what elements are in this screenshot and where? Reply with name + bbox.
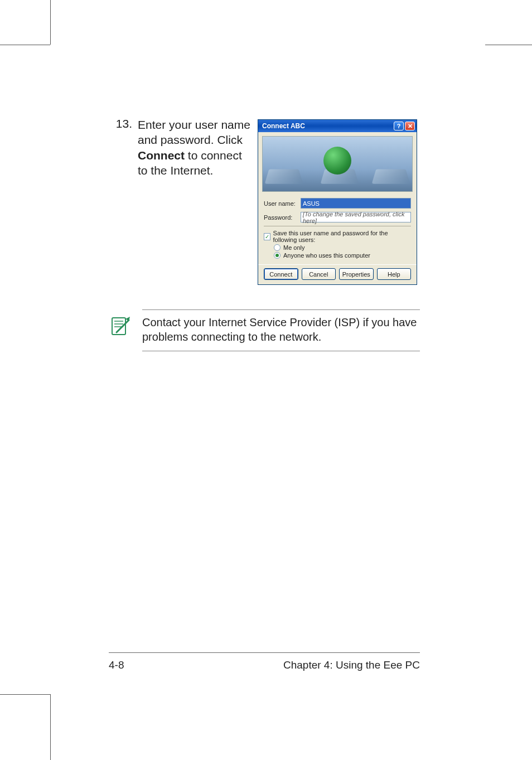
connect-button[interactable]: Connect [264, 268, 298, 280]
titlebar-help-button[interactable]: ? [394, 122, 404, 130]
username-input[interactable]: ASUS [301, 198, 411, 209]
page-frame-line [50, 0, 51, 45]
dialog-banner-image [262, 136, 413, 192]
help-icon: ? [397, 123, 401, 129]
step-text-bold: Connect [138, 149, 185, 162]
note-icon [109, 316, 131, 338]
properties-button[interactable]: Properties [339, 268, 374, 280]
close-icon: ✕ [408, 123, 413, 130]
cancel-button[interactable]: Cancel [302, 268, 336, 280]
page-frame-line [50, 694, 51, 760]
page-frame-line [485, 45, 532, 45]
dialog-titlebar: Connect ABC ? ✕ [258, 120, 417, 132]
step-text-before: Enter your user name and password. Click [138, 118, 250, 146]
laptop-icon [265, 170, 303, 184]
username-label: User name: [264, 200, 301, 207]
laptop-icon [372, 170, 410, 184]
radio-me-only[interactable] [274, 244, 280, 251]
divider [264, 226, 411, 226]
password-input[interactable]: [To change the saved password, click her… [301, 212, 411, 222]
note-text: Contact your Internet Service Provider (… [142, 316, 420, 344]
step-text: Enter your user name and password. Click… [138, 117, 255, 178]
globe-icon [323, 147, 351, 175]
page-number: 4-8 [109, 659, 124, 671]
page-frame-line [0, 45, 50, 45]
page-frame-line [0, 694, 50, 695]
radio-anyone[interactable] [274, 252, 280, 259]
page-footer: 4-8 Chapter 4: Using the Eee PC [109, 659, 420, 671]
radio-me-only-label: Me only [283, 244, 305, 251]
step-number: 13. [109, 117, 132, 178]
radio-anyone-label: Anyone who uses this computer [283, 252, 370, 259]
divider [142, 351, 420, 351]
note-block: Contact your Internet Service Provider (… [109, 309, 420, 351]
chapter-title: Chapter 4: Using the Eee PC [283, 659, 420, 671]
password-label: Password: [264, 214, 301, 221]
dialog-title: Connect ABC [262, 122, 305, 130]
titlebar-close-button[interactable]: ✕ [405, 122, 415, 130]
footer-rule [109, 652, 420, 653]
save-credentials-label: Save this user name and password for the… [273, 230, 411, 243]
save-credentials-checkbox[interactable]: ✓ [264, 233, 270, 240]
connect-dialog: Connect ABC ? ✕ User name: ASUS Password… [258, 119, 417, 285]
help-button[interactable]: Help [377, 268, 412, 280]
